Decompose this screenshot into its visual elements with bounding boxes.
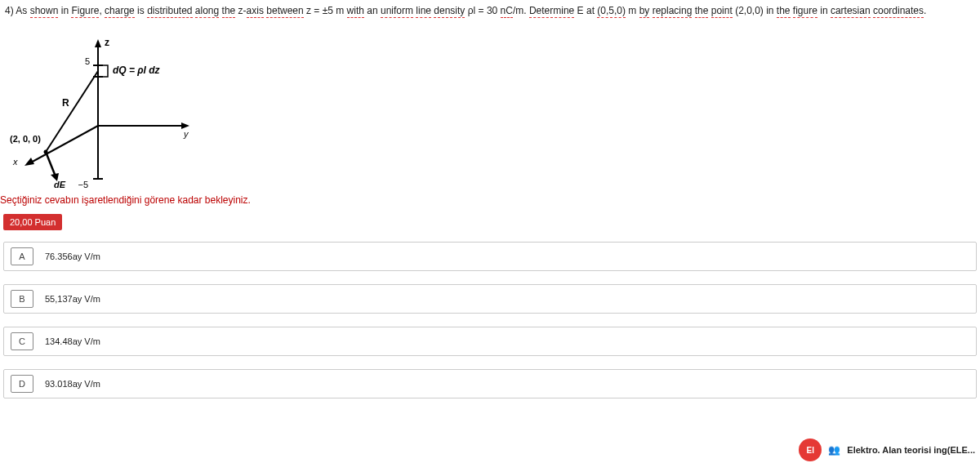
option-text: 55,137ay V/m (45, 294, 100, 304)
options-list: A 76.356ay V/m B 55,137ay V/m C 134.48ay… (0, 242, 980, 398)
instruction-text: Seçtiğiniz cevabın işaretlendiğini gören… (0, 191, 980, 214)
r-label: R (62, 97, 69, 109)
svg-line-11 (46, 152, 56, 176)
option-c[interactable]: C 134.48ay V/m (3, 327, 977, 356)
option-letter: B (11, 290, 33, 308)
option-letter: A (11, 247, 33, 265)
svg-line-4 (29, 126, 98, 163)
question-text: 4) As shown in Figure, charge is distrib… (0, 0, 980, 20)
bottom-tick-label: −5 (78, 180, 88, 189)
option-letter: C (11, 332, 33, 350)
axis-z-label: z (105, 37, 109, 48)
svg-marker-5 (24, 158, 34, 166)
points-badge: 20,00 Puan (3, 214, 62, 230)
figure-diagram: z y x 5 −5 dQ = ρl dz (2, 0, 0) R dE (0, 20, 212, 191)
option-text: 93.018ay V/m (45, 379, 100, 389)
top-tick-label: 5 (85, 56, 90, 66)
de-label: dE (54, 180, 66, 189)
point-label: (2, 0, 0) (10, 134, 41, 144)
option-text: 134.48ay V/m (45, 336, 100, 346)
option-letter: D (11, 375, 33, 393)
option-d[interactable]: D 93.018ay V/m (3, 369, 977, 398)
option-b[interactable]: B 55,137ay V/m (3, 284, 977, 314)
svg-marker-1 (95, 39, 101, 47)
dq-label: dQ = ρl dz (113, 65, 160, 76)
axis-x-label: x (12, 157, 18, 167)
option-text: 76.356ay V/m (45, 252, 100, 261)
course-name: Elektro. Alan teorisi ing(ELE... (847, 445, 975, 455)
axis-y-label: y (183, 129, 189, 139)
footer-course-chip[interactable]: El 👥 Elektro. Alan teorisi ing(ELE... (799, 439, 975, 461)
option-a[interactable]: A 76.356ay V/m (3, 242, 977, 271)
svg-marker-3 (181, 122, 189, 129)
people-icon: 👥 (828, 444, 840, 456)
avatar: El (799, 439, 822, 461)
